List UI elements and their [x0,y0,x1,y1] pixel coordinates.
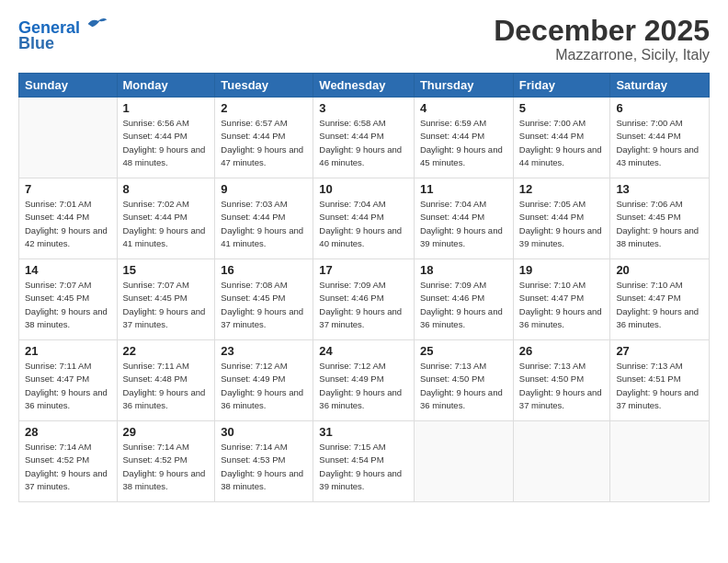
day-number: 28 [25,425,111,439]
sunrise-text: Sunrise: 7:11 AM [25,360,111,373]
daylight-text: Daylight: 9 hours and 47 minutes. [221,144,307,170]
day-info: Sunrise: 7:07 AM Sunset: 4:45 PM Dayligh… [25,279,111,331]
day-cell-0-6: 6 Sunrise: 7:00 AM Sunset: 4:44 PM Dayli… [610,98,710,178]
day-number: 14 [25,263,111,277]
day-info: Sunrise: 7:12 AM Sunset: 4:49 PM Dayligh… [319,360,408,412]
daylight-text: Daylight: 9 hours and 45 minutes. [420,144,507,170]
day-number: 9 [221,182,307,196]
sunrise-text: Sunrise: 7:04 AM [319,198,408,211]
week-row-1: 7 Sunrise: 7:01 AM Sunset: 4:44 PM Dayli… [19,178,710,259]
day-cell-3-3: 24 Sunrise: 7:12 AM Sunset: 4:49 PM Dayl… [313,340,415,421]
day-info: Sunrise: 7:10 AM Sunset: 4:47 PM Dayligh… [616,279,703,331]
sunrise-text: Sunrise: 7:05 AM [519,198,605,211]
day-number: 10 [319,182,408,196]
sunrise-text: Sunrise: 7:00 AM [519,117,605,130]
sunrise-text: Sunrise: 7:02 AM [123,198,210,211]
sunset-text: Sunset: 4:44 PM [319,211,408,224]
sunset-text: Sunset: 4:44 PM [519,130,605,143]
day-cell-4-4 [414,421,513,502]
day-info: Sunrise: 7:01 AM Sunset: 4:44 PM Dayligh… [25,198,111,250]
sunset-text: Sunset: 4:52 PM [25,454,111,466]
day-number: 20 [616,263,703,277]
sunset-text: Sunset: 4:53 PM [221,454,307,466]
day-cell-1-0: 7 Sunrise: 7:01 AM Sunset: 4:44 PM Dayli… [19,178,118,259]
daylight-text: Daylight: 9 hours and 37 minutes. [221,305,307,332]
daylight-text: Daylight: 9 hours and 38 minutes. [616,224,703,251]
sunset-text: Sunset: 4:44 PM [319,130,408,143]
sunset-text: Sunset: 4:45 PM [123,292,210,304]
day-info: Sunrise: 7:14 AM Sunset: 4:52 PM Dayligh… [123,441,210,493]
sunset-text: Sunset: 4:49 PM [319,373,408,385]
day-info: Sunrise: 7:05 AM Sunset: 4:44 PM Dayligh… [519,198,605,250]
sunset-text: Sunset: 4:45 PM [616,211,703,224]
day-cell-1-1: 8 Sunrise: 7:02 AM Sunset: 4:44 PM Dayli… [117,178,215,259]
day-info: Sunrise: 7:09 AM Sunset: 4:46 PM Dayligh… [420,279,507,331]
day-number: 27 [616,344,703,358]
header: General Blue December 2025 Mazzarrone, S… [18,15,710,63]
day-number: 22 [123,344,210,358]
sunset-text: Sunset: 4:45 PM [25,292,111,304]
logo: General Blue [18,15,108,53]
day-number: 15 [123,263,210,277]
daylight-text: Daylight: 9 hours and 39 minutes. [519,224,605,251]
sunset-text: Sunset: 4:44 PM [123,211,210,224]
logo-bird-icon [86,15,108,33]
sunrise-text: Sunrise: 7:14 AM [123,441,210,454]
day-info: Sunrise: 7:11 AM Sunset: 4:48 PM Dayligh… [123,360,210,412]
day-number: 17 [319,263,408,277]
daylight-text: Daylight: 9 hours and 41 minutes. [123,224,210,251]
calendar-title: December 2025 [494,15,710,47]
daylight-text: Daylight: 9 hours and 39 minutes. [420,224,507,251]
calendar-subtitle: Mazzarrone, Sicily, Italy [494,47,710,63]
sunset-text: Sunset: 4:44 PM [221,130,307,143]
daylight-text: Daylight: 9 hours and 37 minutes. [123,305,210,332]
day-cell-2-1: 15 Sunrise: 7:07 AM Sunset: 4:45 PM Dayl… [117,259,215,340]
sunrise-text: Sunrise: 6:59 AM [420,117,507,130]
sunset-text: Sunset: 4:51 PM [616,373,703,385]
day-cell-1-5: 12 Sunrise: 7:05 AM Sunset: 4:44 PM Dayl… [513,178,610,259]
week-row-4: 28 Sunrise: 7:14 AM Sunset: 4:52 PM Dayl… [19,421,710,502]
header-monday: Monday [117,74,215,98]
daylight-text: Daylight: 9 hours and 42 minutes. [25,224,111,251]
day-info: Sunrise: 7:02 AM Sunset: 4:44 PM Dayligh… [123,198,210,250]
sunset-text: Sunset: 4:48 PM [123,373,210,385]
day-cell-1-6: 13 Sunrise: 7:06 AM Sunset: 4:45 PM Dayl… [610,178,710,259]
day-number: 6 [616,101,703,115]
day-cell-0-3: 3 Sunrise: 6:58 AM Sunset: 4:44 PM Dayli… [313,98,415,178]
sunset-text: Sunset: 4:47 PM [25,373,111,385]
daylight-text: Daylight: 9 hours and 43 minutes. [616,144,703,170]
day-number: 16 [221,263,307,277]
day-cell-3-5: 26 Sunrise: 7:13 AM Sunset: 4:50 PM Dayl… [513,340,610,421]
sunrise-text: Sunrise: 7:13 AM [616,360,703,373]
weekday-header-row: Sunday Monday Tuesday Wednesday Thursday… [19,74,710,98]
day-number: 1 [123,101,210,115]
day-cell-0-2: 2 Sunrise: 6:57 AM Sunset: 4:44 PM Dayli… [215,98,313,178]
daylight-text: Daylight: 9 hours and 38 minutes. [221,467,307,494]
sunset-text: Sunset: 4:52 PM [123,454,210,466]
day-cell-3-0: 21 Sunrise: 7:11 AM Sunset: 4:47 PM Dayl… [19,340,118,421]
day-number: 3 [319,101,408,115]
sunset-text: Sunset: 4:44 PM [616,130,703,143]
sunset-text: Sunset: 4:44 PM [420,211,507,224]
day-number: 23 [221,344,307,358]
daylight-text: Daylight: 9 hours and 36 minutes. [420,305,507,332]
sunrise-text: Sunrise: 7:14 AM [25,441,111,454]
day-info: Sunrise: 7:10 AM Sunset: 4:47 PM Dayligh… [519,279,605,331]
sunset-text: Sunset: 4:44 PM [420,130,507,143]
day-info: Sunrise: 7:07 AM Sunset: 4:45 PM Dayligh… [123,279,210,331]
day-info: Sunrise: 7:15 AM Sunset: 4:54 PM Dayligh… [319,441,408,493]
daylight-text: Daylight: 9 hours and 36 minutes. [616,305,703,332]
header-friday: Friday [513,74,610,98]
day-cell-0-0 [19,98,118,178]
day-info: Sunrise: 7:12 AM Sunset: 4:49 PM Dayligh… [221,360,307,412]
day-cell-4-0: 28 Sunrise: 7:14 AM Sunset: 4:52 PM Dayl… [19,421,118,502]
day-cell-3-1: 22 Sunrise: 7:11 AM Sunset: 4:48 PM Dayl… [117,340,215,421]
sunset-text: Sunset: 4:50 PM [519,373,605,385]
header-tuesday: Tuesday [215,74,313,98]
daylight-text: Daylight: 9 hours and 36 minutes. [123,386,210,413]
header-saturday: Saturday [610,74,710,98]
sunset-text: Sunset: 4:46 PM [319,292,408,304]
header-thursday: Thursday [414,74,513,98]
day-cell-2-2: 16 Sunrise: 7:08 AM Sunset: 4:45 PM Dayl… [215,259,313,340]
sunrise-text: Sunrise: 7:10 AM [616,279,703,292]
